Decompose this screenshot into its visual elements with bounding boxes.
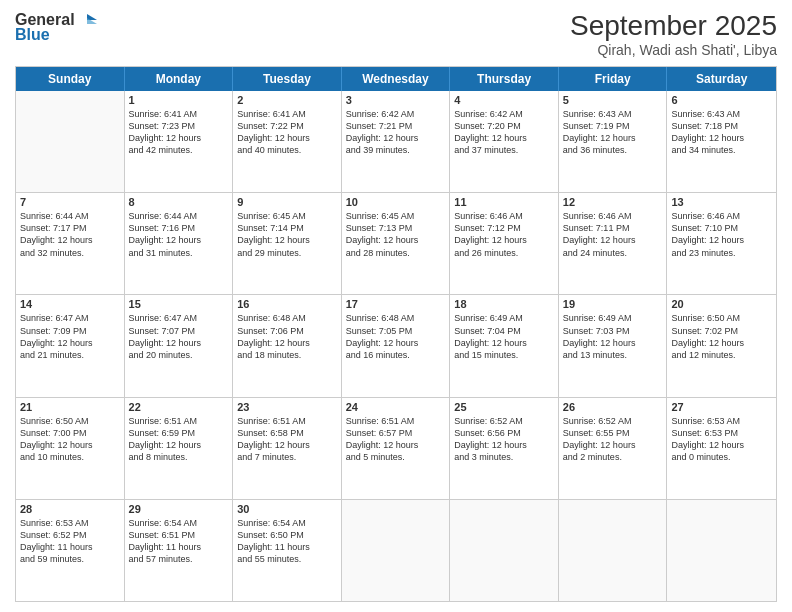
calendar-cell-2-3: 9Sunrise: 6:45 AM Sunset: 7:14 PM Daylig…	[233, 193, 342, 294]
day-info: Sunrise: 6:44 AM Sunset: 7:17 PM Dayligh…	[20, 210, 120, 259]
day-info: Sunrise: 6:50 AM Sunset: 7:02 PM Dayligh…	[671, 312, 772, 361]
day-info: Sunrise: 6:46 AM Sunset: 7:12 PM Dayligh…	[454, 210, 554, 259]
day-info: Sunrise: 6:49 AM Sunset: 7:04 PM Dayligh…	[454, 312, 554, 361]
calendar-cell-5-5	[450, 500, 559, 601]
day-number: 24	[346, 401, 446, 413]
calendar-cell-1-5: 4Sunrise: 6:42 AM Sunset: 7:20 PM Daylig…	[450, 91, 559, 192]
day-info: Sunrise: 6:54 AM Sunset: 6:50 PM Dayligh…	[237, 517, 337, 566]
day-number: 6	[671, 94, 772, 106]
calendar-body: 1Sunrise: 6:41 AM Sunset: 7:23 PM Daylig…	[16, 91, 776, 601]
day-info: Sunrise: 6:44 AM Sunset: 7:16 PM Dayligh…	[129, 210, 229, 259]
day-info: Sunrise: 6:51 AM Sunset: 6:58 PM Dayligh…	[237, 415, 337, 464]
day-number: 15	[129, 298, 229, 310]
page-title: September 2025	[570, 10, 777, 42]
day-number: 12	[563, 196, 663, 208]
calendar-cell-5-3: 30Sunrise: 6:54 AM Sunset: 6:50 PM Dayli…	[233, 500, 342, 601]
day-info: Sunrise: 6:52 AM Sunset: 6:55 PM Dayligh…	[563, 415, 663, 464]
day-number: 18	[454, 298, 554, 310]
calendar-cell-2-4: 10Sunrise: 6:45 AM Sunset: 7:13 PM Dayli…	[342, 193, 451, 294]
calendar-cell-4-7: 27Sunrise: 6:53 AM Sunset: 6:53 PM Dayli…	[667, 398, 776, 499]
calendar-cell-5-1: 28Sunrise: 6:53 AM Sunset: 6:52 PM Dayli…	[16, 500, 125, 601]
calendar-cell-2-7: 13Sunrise: 6:46 AM Sunset: 7:10 PM Dayli…	[667, 193, 776, 294]
page: General Blue September 2025 Qirah, Wadi …	[0, 0, 792, 612]
calendar-cell-4-4: 24Sunrise: 6:51 AM Sunset: 6:57 PM Dayli…	[342, 398, 451, 499]
title-block: September 2025 Qirah, Wadi ash Shati', L…	[570, 10, 777, 58]
calendar-cell-5-6	[559, 500, 668, 601]
calendar-cell-5-2: 29Sunrise: 6:54 AM Sunset: 6:51 PM Dayli…	[125, 500, 234, 601]
day-number: 13	[671, 196, 772, 208]
day-info: Sunrise: 6:47 AM Sunset: 7:09 PM Dayligh…	[20, 312, 120, 361]
day-number: 21	[20, 401, 120, 413]
header-tuesday: Tuesday	[233, 67, 342, 91]
day-number: 28	[20, 503, 120, 515]
day-info: Sunrise: 6:53 AM Sunset: 6:52 PM Dayligh…	[20, 517, 120, 566]
day-number: 4	[454, 94, 554, 106]
calendar-cell-3-4: 17Sunrise: 6:48 AM Sunset: 7:05 PM Dayli…	[342, 295, 451, 396]
header-monday: Monday	[125, 67, 234, 91]
day-info: Sunrise: 6:48 AM Sunset: 7:06 PM Dayligh…	[237, 312, 337, 361]
day-number: 14	[20, 298, 120, 310]
calendar-week-3: 14Sunrise: 6:47 AM Sunset: 7:09 PM Dayli…	[16, 295, 776, 397]
day-number: 22	[129, 401, 229, 413]
day-number: 26	[563, 401, 663, 413]
calendar-cell-2-1: 7Sunrise: 6:44 AM Sunset: 7:17 PM Daylig…	[16, 193, 125, 294]
calendar-cell-1-7: 6Sunrise: 6:43 AM Sunset: 7:18 PM Daylig…	[667, 91, 776, 192]
logo-blue: Blue	[15, 26, 50, 44]
calendar-cell-3-3: 16Sunrise: 6:48 AM Sunset: 7:06 PM Dayli…	[233, 295, 342, 396]
day-info: Sunrise: 6:46 AM Sunset: 7:11 PM Dayligh…	[563, 210, 663, 259]
day-number: 20	[671, 298, 772, 310]
calendar-cell-4-2: 22Sunrise: 6:51 AM Sunset: 6:59 PM Dayli…	[125, 398, 234, 499]
header-wednesday: Wednesday	[342, 67, 451, 91]
day-number: 29	[129, 503, 229, 515]
day-info: Sunrise: 6:53 AM Sunset: 6:53 PM Dayligh…	[671, 415, 772, 464]
day-info: Sunrise: 6:42 AM Sunset: 7:20 PM Dayligh…	[454, 108, 554, 157]
header-thursday: Thursday	[450, 67, 559, 91]
calendar: Sunday Monday Tuesday Wednesday Thursday…	[15, 66, 777, 602]
header-friday: Friday	[559, 67, 668, 91]
calendar-cell-3-2: 15Sunrise: 6:47 AM Sunset: 7:07 PM Dayli…	[125, 295, 234, 396]
day-info: Sunrise: 6:46 AM Sunset: 7:10 PM Dayligh…	[671, 210, 772, 259]
calendar-cell-3-1: 14Sunrise: 6:47 AM Sunset: 7:09 PM Dayli…	[16, 295, 125, 396]
day-info: Sunrise: 6:45 AM Sunset: 7:14 PM Dayligh…	[237, 210, 337, 259]
day-info: Sunrise: 6:51 AM Sunset: 6:59 PM Dayligh…	[129, 415, 229, 464]
calendar-cell-5-7	[667, 500, 776, 601]
day-info: Sunrise: 6:42 AM Sunset: 7:21 PM Dayligh…	[346, 108, 446, 157]
calendar-week-5: 28Sunrise: 6:53 AM Sunset: 6:52 PM Dayli…	[16, 500, 776, 601]
calendar-cell-2-5: 11Sunrise: 6:46 AM Sunset: 7:12 PM Dayli…	[450, 193, 559, 294]
day-info: Sunrise: 6:45 AM Sunset: 7:13 PM Dayligh…	[346, 210, 446, 259]
day-info: Sunrise: 6:50 AM Sunset: 7:00 PM Dayligh…	[20, 415, 120, 464]
calendar-cell-4-5: 25Sunrise: 6:52 AM Sunset: 6:56 PM Dayli…	[450, 398, 559, 499]
day-info: Sunrise: 6:41 AM Sunset: 7:23 PM Dayligh…	[129, 108, 229, 157]
day-number: 23	[237, 401, 337, 413]
day-number: 25	[454, 401, 554, 413]
page-subtitle: Qirah, Wadi ash Shati', Libya	[570, 42, 777, 58]
day-number: 1	[129, 94, 229, 106]
day-number: 17	[346, 298, 446, 310]
day-info: Sunrise: 6:54 AM Sunset: 6:51 PM Dayligh…	[129, 517, 229, 566]
calendar-cell-3-6: 19Sunrise: 6:49 AM Sunset: 7:03 PM Dayli…	[559, 295, 668, 396]
day-info: Sunrise: 6:49 AM Sunset: 7:03 PM Dayligh…	[563, 312, 663, 361]
calendar-cell-1-1	[16, 91, 125, 192]
calendar-week-1: 1Sunrise: 6:41 AM Sunset: 7:23 PM Daylig…	[16, 91, 776, 193]
day-number: 7	[20, 196, 120, 208]
header: General Blue September 2025 Qirah, Wadi …	[15, 10, 777, 58]
calendar-cell-4-1: 21Sunrise: 6:50 AM Sunset: 7:00 PM Dayli…	[16, 398, 125, 499]
day-number: 9	[237, 196, 337, 208]
day-number: 16	[237, 298, 337, 310]
day-info: Sunrise: 6:43 AM Sunset: 7:19 PM Dayligh…	[563, 108, 663, 157]
day-number: 5	[563, 94, 663, 106]
calendar-cell-1-3: 2Sunrise: 6:41 AM Sunset: 7:22 PM Daylig…	[233, 91, 342, 192]
day-info: Sunrise: 6:52 AM Sunset: 6:56 PM Dayligh…	[454, 415, 554, 464]
logo-bird-icon	[77, 10, 99, 30]
day-number: 27	[671, 401, 772, 413]
calendar-cell-2-6: 12Sunrise: 6:46 AM Sunset: 7:11 PM Dayli…	[559, 193, 668, 294]
day-info: Sunrise: 6:47 AM Sunset: 7:07 PM Dayligh…	[129, 312, 229, 361]
day-info: Sunrise: 6:43 AM Sunset: 7:18 PM Dayligh…	[671, 108, 772, 157]
day-number: 10	[346, 196, 446, 208]
logo: General Blue	[15, 10, 99, 44]
header-saturday: Saturday	[667, 67, 776, 91]
calendar-cell-1-6: 5Sunrise: 6:43 AM Sunset: 7:19 PM Daylig…	[559, 91, 668, 192]
day-number: 8	[129, 196, 229, 208]
day-info: Sunrise: 6:51 AM Sunset: 6:57 PM Dayligh…	[346, 415, 446, 464]
day-number: 11	[454, 196, 554, 208]
